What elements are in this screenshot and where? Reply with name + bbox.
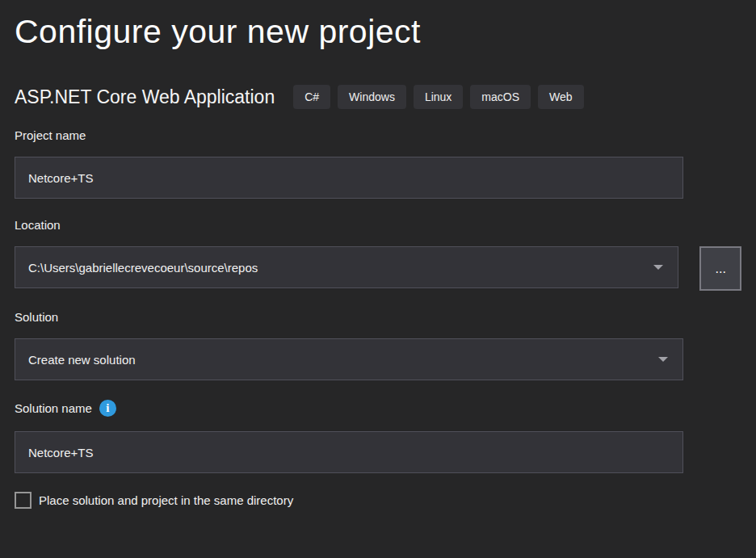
- tag-windows: Windows: [338, 85, 406, 109]
- info-icon[interactable]: i: [99, 400, 116, 417]
- chevron-down-icon[interactable]: [658, 357, 668, 362]
- solution-selected-option: Create new solution: [28, 353, 658, 367]
- tag-web: Web: [538, 85, 584, 109]
- solution-name-input[interactable]: [15, 431, 683, 473]
- form-fields: Project name Location C:\Users\gabrielle…: [15, 128, 741, 509]
- solution-label: Solution: [15, 310, 58, 324]
- same-directory-row: Place solution and project in the same d…: [15, 492, 741, 509]
- page-title: Configure your new project: [15, 10, 741, 54]
- tag-macos: macOS: [470, 85, 531, 109]
- location-value: C:\Users\gabriellecrevecoeur\source\repo…: [28, 261, 653, 275]
- configure-project-dialog: Configure your new project ASP.NET Core …: [0, 0, 756, 509]
- project-name-label: Project name: [15, 128, 86, 142]
- same-directory-checkbox[interactable]: [15, 492, 32, 509]
- template-info-row: ASP.NET Core Web Application C# Windows …: [15, 85, 741, 109]
- solution-name-label: Solution name: [15, 401, 92, 415]
- solution-field: Solution Create new solution: [15, 310, 741, 380]
- template-tags: C# Windows Linux macOS Web: [293, 85, 583, 109]
- chevron-down-icon[interactable]: [653, 265, 663, 270]
- location-field: Location C:\Users\gabriellecrevecoeur\so…: [15, 218, 741, 291]
- location-combobox[interactable]: C:\Users\gabriellecrevecoeur\source\repo…: [15, 246, 678, 288]
- solution-name-field: Solution name i: [15, 400, 741, 473]
- same-directory-label[interactable]: Place solution and project in the same d…: [39, 493, 293, 507]
- project-name-field: Project name: [15, 128, 741, 199]
- template-name: ASP.NET Core Web Application: [15, 86, 275, 108]
- project-name-input[interactable]: [15, 157, 683, 199]
- location-label: Location: [15, 218, 61, 232]
- browse-location-button[interactable]: ...: [699, 246, 741, 291]
- tag-linux: Linux: [414, 85, 463, 109]
- tag-csharp: C#: [293, 85, 330, 109]
- solution-combobox[interactable]: Create new solution: [15, 338, 683, 380]
